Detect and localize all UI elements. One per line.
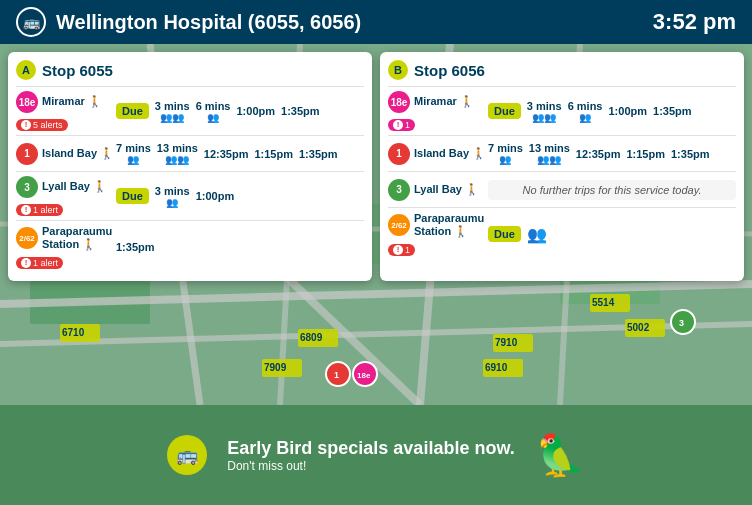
route-row-18e-6055: 18e Miramar 🚶 ! 5 alerts Due 3 mins 👥👥 <box>16 86 364 135</box>
svg-text:1: 1 <box>334 370 339 380</box>
time-slot-3min-6056: 3 mins 👥👥 <box>527 100 562 123</box>
svg-text:5514: 5514 <box>592 297 615 308</box>
panel-6056-title: Stop 6056 <box>414 62 485 79</box>
time-slot-3min-3: 3 mins 👥 <box>155 185 190 208</box>
route-badge-18e-6056: 18e Miramar 🚶 <box>388 91 474 113</box>
panel-6055-header: A Stop 6055 <box>16 60 364 80</box>
route-row-3-6055: 3 Lyall Bay 🚶 ! 1 alert Due 3 mins 👥 1:0… <box>16 171 364 220</box>
route-row-3-6056: 3 Lyall Bay 🚶 No further trips for this … <box>388 171 736 207</box>
route-num-3-6056: 3 <box>388 179 410 201</box>
route-row-1-6055: 1 Island Bay 🚶 7 mins 👥 13 mins 👥👥 12:35… <box>16 135 364 171</box>
route-info-3-6055: 3 Lyall Bay 🚶 ! 1 alert <box>16 176 116 216</box>
svg-text:6809: 6809 <box>300 332 323 343</box>
footer-subtitle: Don't miss out! <box>227 459 514 473</box>
route-info-1-6055: 1 Island Bay 🚶 <box>16 143 116 165</box>
time-slot-7min-6056: 7 mins 👥 <box>488 142 523 165</box>
route-name-islandbay-2: Island Bay 🚶 <box>414 147 486 160</box>
time-135pm-1: 1:35pm <box>281 105 320 117</box>
times-1-6056: 7 mins 👥 13 mins 👥👥 12:35pm 1:15pm 1:35p… <box>488 142 736 165</box>
route-info-262-6055: 2/62 ParaparaumuStation 🚶 ! 1 alert <box>16 225 116 269</box>
alert-badge-para-6056: ! 1 <box>388 244 415 256</box>
svg-text:7909: 7909 <box>264 362 287 373</box>
route-badge-262-6056: 2/62 ParaparaumuStation 🚶 <box>388 212 484 238</box>
route-num-18e: 18e <box>16 91 38 113</box>
map-area: 6710 6809 7909 7910 6910 5514 5002 1 18e… <box>0 44 752 405</box>
panel-stop-6056: B Stop 6056 18e Miramar 🚶 ! 1 Due <box>380 52 744 281</box>
svg-text:5002: 5002 <box>627 322 650 333</box>
route-name-miramar-1: Miramar 🚶 <box>42 95 102 108</box>
route-badge-18e: 18e Miramar 🚶 <box>16 91 102 113</box>
time-135pm-2: 1:35pm <box>299 148 338 160</box>
footer-bus-icon: 🚌 <box>167 435 207 475</box>
svg-text:7910: 7910 <box>495 337 518 348</box>
time-100pm-3: 1:00pm <box>196 190 235 202</box>
header-time: 3:52 pm <box>653 9 736 35</box>
header: 🚌 Wellington Hospital (6055, 6056) 3:52 … <box>0 0 752 44</box>
route-info-1-6056: 1 Island Bay 🚶 <box>388 143 488 165</box>
alert-badge-5alerts: ! 5 alerts <box>16 119 68 131</box>
route-badge-1-6056: 1 Island Bay 🚶 <box>388 143 486 165</box>
due-badge-3: Due <box>116 188 149 204</box>
time-100pm-6056: 1:00pm <box>609 105 648 117</box>
time-slot-13min: 13 mins 👥👥 <box>157 142 198 165</box>
time-135pm-3: 1:35pm <box>671 148 710 160</box>
route-num-1-6056: 1 <box>388 143 410 165</box>
alert-badge-18e-6056: ! 1 <box>388 119 415 131</box>
times-18e-6055: Due 3 mins 👥👥 6 mins 👥 1:00pm 1:35pm <box>116 100 364 123</box>
stop-6055-badge: A <box>16 60 36 80</box>
route-num-262-6056: 2/62 <box>388 214 410 236</box>
route-name-para-2: ParaparaumuStation 🚶 <box>414 212 484 238</box>
time-115pm-1: 1:15pm <box>254 148 293 160</box>
route-num-18e-6056: 18e <box>388 91 410 113</box>
footer-bird-decoration: 🦜 <box>535 432 585 479</box>
time-slot-3min: 3 mins 👥👥 <box>155 100 190 123</box>
due-badge-para-6056: Due <box>488 226 521 242</box>
times-262-6056: Due 👥 <box>488 225 736 244</box>
bus-icon: 🚌 <box>16 7 46 37</box>
time-1235pm-1: 12:35pm <box>204 148 249 160</box>
time-1235pm-2: 12:35pm <box>576 148 621 160</box>
route-name-lyallbay-1: Lyall Bay 🚶 <box>42 180 107 193</box>
svg-text:6710: 6710 <box>62 327 85 338</box>
route-info-18e-6055: 18e Miramar 🚶 ! 5 alerts <box>16 91 116 131</box>
times-1-6055: 7 mins 👥 13 mins 👥👥 12:35pm 1:15pm 1:35p… <box>116 142 364 165</box>
route-row-18e-6056: 18e Miramar 🚶 ! 1 Due 3 mins 👥👥 <box>388 86 736 135</box>
route-num-3: 3 <box>16 176 38 198</box>
route-name-islandbay-1: Island Bay 🚶 <box>42 147 114 160</box>
route-badge-3: 3 Lyall Bay 🚶 <box>16 176 107 198</box>
stop-6056-badge: B <box>388 60 408 80</box>
time-135pm-6056: 1:35pm <box>653 105 692 117</box>
route-row-262-6055: 2/62 ParaparaumuStation 🚶 ! 1 alert 1:35… <box>16 220 364 273</box>
header-title: Wellington Hospital (6055, 6056) <box>56 11 361 34</box>
header-left: 🚌 Wellington Hospital (6055, 6056) <box>16 7 361 37</box>
times-262-6055: 1:35pm <box>116 241 364 253</box>
alert-badge-1alert: ! 1 alert <box>16 204 63 216</box>
route-badge-1: 1 Island Bay 🚶 <box>16 143 114 165</box>
footer-text: Early Bird specials available now. Don't… <box>227 438 514 473</box>
time-100pm-1: 1:00pm <box>237 105 276 117</box>
route-name-para-1: ParaparaumuStation 🚶 <box>42 225 112 251</box>
route-name-lyallbay-2: Lyall Bay 🚶 <box>414 183 479 196</box>
footer-title: Early Bird specials available now. <box>227 438 514 459</box>
route-row-262-6056: 2/62 ParaparaumuStation 🚶 ! 1 Due 👥 <box>388 207 736 260</box>
no-further-trips: No further trips for this service today. <box>488 180 736 200</box>
time-slot-6min: 6 mins 👥 <box>196 100 231 123</box>
route-num-1: 1 <box>16 143 38 165</box>
alert-badge-para: ! 1 alert <box>16 257 63 269</box>
time-slot-6min-6056: 6 mins 👥 <box>568 100 603 123</box>
time-135pm-para: 1:35pm <box>116 241 155 253</box>
panel-6055-title: Stop 6055 <box>42 62 113 79</box>
route-badge-262: 2/62 ParaparaumuStation 🚶 <box>16 225 112 251</box>
time-slot-13min-6056: 13 mins 👥👥 <box>529 142 570 165</box>
footer: 🚌 Early Bird specials available now. Don… <box>0 405 752 505</box>
route-info-262-6056: 2/62 ParaparaumuStation 🚶 ! 1 <box>388 212 488 256</box>
route-info-18e-6056: 18e Miramar 🚶 ! 1 <box>388 91 488 131</box>
times-3-6056: No further trips for this service today. <box>488 180 736 200</box>
route-num-262: 2/62 <box>16 227 38 249</box>
route-row-1-6056: 1 Island Bay 🚶 7 mins 👥 13 mins 👥👥 12:35… <box>388 135 736 171</box>
time-115pm-2: 1:15pm <box>626 148 665 160</box>
due-badge-18e: Due <box>116 103 149 119</box>
route-name-miramar-2: Miramar 🚶 <box>414 95 474 108</box>
times-3-6055: Due 3 mins 👥 1:00pm <box>116 185 364 208</box>
times-18e-6056: Due 3 mins 👥👥 6 mins 👥 1:00pm 1:35pm <box>488 100 736 123</box>
